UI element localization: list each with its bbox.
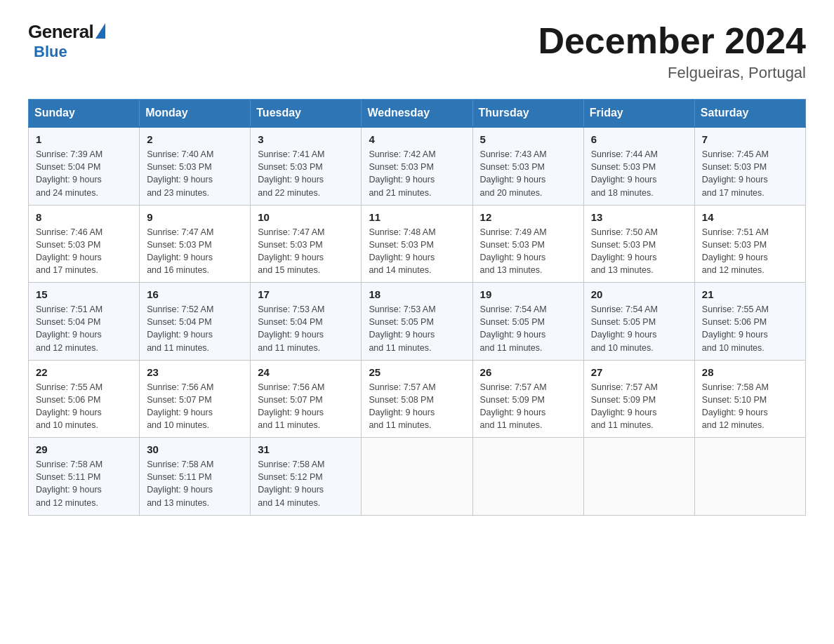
day-number: 28 xyxy=(702,366,798,378)
day-number: 17 xyxy=(258,288,354,300)
day-number: 4 xyxy=(369,133,465,145)
day-number: 10 xyxy=(258,211,354,223)
calendar-cell: 16Sunrise: 7:52 AMSunset: 5:04 PMDayligh… xyxy=(140,283,251,361)
calendar-cell: 18Sunrise: 7:53 AMSunset: 5:05 PMDayligh… xyxy=(362,283,472,361)
day-number: 23 xyxy=(147,366,243,378)
location-subtitle: Felgueiras, Portugal xyxy=(538,64,806,82)
day-number: 3 xyxy=(258,133,354,145)
day-info: Sunrise: 7:51 AMSunset: 5:04 PMDaylight:… xyxy=(36,303,132,354)
logo-triangle-icon xyxy=(95,23,105,39)
day-number: 26 xyxy=(480,366,576,378)
day-number: 1 xyxy=(36,133,132,145)
calendar-cell: 8Sunrise: 7:46 AMSunset: 5:03 PMDaylight… xyxy=(29,205,140,283)
day-info: Sunrise: 7:47 AMSunset: 5:03 PMDaylight:… xyxy=(147,226,243,277)
day-number: 25 xyxy=(369,366,465,378)
logo-general-text: General xyxy=(28,21,93,43)
calendar-cell xyxy=(583,438,694,516)
day-info: Sunrise: 7:50 AMSunset: 5:03 PMDaylight:… xyxy=(591,226,687,277)
header-friday: Friday xyxy=(583,100,694,128)
page-header: General Blue December 2024 Felgueiras, P… xyxy=(28,21,806,82)
day-info: Sunrise: 7:56 AMSunset: 5:07 PMDaylight:… xyxy=(258,381,354,432)
day-info: Sunrise: 7:57 AMSunset: 5:09 PMDaylight:… xyxy=(480,381,576,432)
calendar-cell: 27Sunrise: 7:57 AMSunset: 5:09 PMDayligh… xyxy=(583,360,694,438)
day-number: 8 xyxy=(36,211,132,223)
day-number: 16 xyxy=(147,288,243,300)
day-number: 29 xyxy=(36,443,132,455)
day-info: Sunrise: 7:39 AMSunset: 5:04 PMDaylight:… xyxy=(36,148,132,199)
day-number: 24 xyxy=(258,366,354,378)
calendar-cell: 26Sunrise: 7:57 AMSunset: 5:09 PMDayligh… xyxy=(472,360,583,438)
day-info: Sunrise: 7:54 AMSunset: 5:05 PMDaylight:… xyxy=(480,303,576,354)
day-number: 21 xyxy=(702,288,798,300)
calendar-cell xyxy=(472,438,583,516)
day-info: Sunrise: 7:42 AMSunset: 5:03 PMDaylight:… xyxy=(369,148,465,199)
calendar-cell: 25Sunrise: 7:57 AMSunset: 5:08 PMDayligh… xyxy=(362,360,472,438)
day-number: 22 xyxy=(36,366,132,378)
day-info: Sunrise: 7:51 AMSunset: 5:03 PMDaylight:… xyxy=(702,226,798,277)
header-saturday: Saturday xyxy=(694,100,805,128)
calendar-cell: 4Sunrise: 7:42 AMSunset: 5:03 PMDaylight… xyxy=(362,127,472,205)
header-thursday: Thursday xyxy=(472,100,583,128)
day-number: 19 xyxy=(480,288,576,300)
week-row-3: 15Sunrise: 7:51 AMSunset: 5:04 PMDayligh… xyxy=(29,283,806,361)
main-title: December 2024 xyxy=(538,21,806,61)
day-info: Sunrise: 7:58 AMSunset: 5:11 PMDaylight:… xyxy=(147,458,243,509)
calendar-cell: 21Sunrise: 7:55 AMSunset: 5:06 PMDayligh… xyxy=(694,283,805,361)
day-info: Sunrise: 7:48 AMSunset: 5:03 PMDaylight:… xyxy=(369,226,465,277)
header-row: SundayMondayTuesdayWednesdayThursdayFrid… xyxy=(29,100,806,128)
day-number: 14 xyxy=(702,211,798,223)
day-info: Sunrise: 7:45 AMSunset: 5:03 PMDaylight:… xyxy=(702,148,798,199)
day-info: Sunrise: 7:52 AMSunset: 5:04 PMDaylight:… xyxy=(147,303,243,354)
day-info: Sunrise: 7:46 AMSunset: 5:03 PMDaylight:… xyxy=(36,226,132,277)
day-info: Sunrise: 7:55 AMSunset: 5:06 PMDaylight:… xyxy=(36,381,132,432)
day-number: 31 xyxy=(258,443,354,455)
calendar-cell: 7Sunrise: 7:45 AMSunset: 5:03 PMDaylight… xyxy=(694,127,805,205)
calendar-cell: 31Sunrise: 7:58 AMSunset: 5:12 PMDayligh… xyxy=(251,438,362,516)
calendar-cell: 17Sunrise: 7:53 AMSunset: 5:04 PMDayligh… xyxy=(251,283,362,361)
day-info: Sunrise: 7:56 AMSunset: 5:07 PMDaylight:… xyxy=(147,381,243,432)
day-number: 6 xyxy=(591,133,687,145)
day-number: 30 xyxy=(147,443,243,455)
calendar-cell: 22Sunrise: 7:55 AMSunset: 5:06 PMDayligh… xyxy=(29,360,140,438)
calendar-cell: 3Sunrise: 7:41 AMSunset: 5:03 PMDaylight… xyxy=(251,127,362,205)
calendar-header: SundayMondayTuesdayWednesdayThursdayFrid… xyxy=(29,100,806,128)
calendar-cell: 12Sunrise: 7:49 AMSunset: 5:03 PMDayligh… xyxy=(472,205,583,283)
day-number: 18 xyxy=(369,288,465,300)
day-number: 5 xyxy=(480,133,576,145)
logo: General Blue xyxy=(28,21,105,61)
calendar-cell xyxy=(362,438,472,516)
calendar-cell: 28Sunrise: 7:58 AMSunset: 5:10 PMDayligh… xyxy=(694,360,805,438)
day-info: Sunrise: 7:41 AMSunset: 5:03 PMDaylight:… xyxy=(258,148,354,199)
calendar-cell: 15Sunrise: 7:51 AMSunset: 5:04 PMDayligh… xyxy=(29,283,140,361)
calendar-cell: 9Sunrise: 7:47 AMSunset: 5:03 PMDaylight… xyxy=(140,205,251,283)
day-number: 9 xyxy=(147,211,243,223)
calendar-body: 1Sunrise: 7:39 AMSunset: 5:04 PMDaylight… xyxy=(29,127,806,515)
day-number: 15 xyxy=(36,288,132,300)
day-number: 2 xyxy=(147,133,243,145)
day-info: Sunrise: 7:49 AMSunset: 5:03 PMDaylight:… xyxy=(480,226,576,277)
calendar-cell xyxy=(694,438,805,516)
day-info: Sunrise: 7:44 AMSunset: 5:03 PMDaylight:… xyxy=(591,148,687,199)
logo-blue-text: Blue xyxy=(34,43,67,61)
day-info: Sunrise: 7:47 AMSunset: 5:03 PMDaylight:… xyxy=(258,226,354,277)
day-number: 7 xyxy=(702,133,798,145)
day-info: Sunrise: 7:57 AMSunset: 5:09 PMDaylight:… xyxy=(591,381,687,432)
header-wednesday: Wednesday xyxy=(362,100,472,128)
calendar-cell: 20Sunrise: 7:54 AMSunset: 5:05 PMDayligh… xyxy=(583,283,694,361)
day-info: Sunrise: 7:53 AMSunset: 5:04 PMDaylight:… xyxy=(258,303,354,354)
day-info: Sunrise: 7:40 AMSunset: 5:03 PMDaylight:… xyxy=(147,148,243,199)
day-info: Sunrise: 7:57 AMSunset: 5:08 PMDaylight:… xyxy=(369,381,465,432)
calendar-cell: 30Sunrise: 7:58 AMSunset: 5:11 PMDayligh… xyxy=(140,438,251,516)
day-number: 27 xyxy=(591,366,687,378)
calendar-cell: 10Sunrise: 7:47 AMSunset: 5:03 PMDayligh… xyxy=(251,205,362,283)
day-info: Sunrise: 7:55 AMSunset: 5:06 PMDaylight:… xyxy=(702,303,798,354)
title-section: December 2024 Felgueiras, Portugal xyxy=(538,21,806,82)
day-number: 20 xyxy=(591,288,687,300)
day-info: Sunrise: 7:58 AMSunset: 5:11 PMDaylight:… xyxy=(36,458,132,509)
calendar-cell: 29Sunrise: 7:58 AMSunset: 5:11 PMDayligh… xyxy=(29,438,140,516)
calendar-table: SundayMondayTuesdayWednesdayThursdayFrid… xyxy=(28,99,806,516)
calendar-cell: 11Sunrise: 7:48 AMSunset: 5:03 PMDayligh… xyxy=(362,205,472,283)
week-row-4: 22Sunrise: 7:55 AMSunset: 5:06 PMDayligh… xyxy=(29,360,806,438)
calendar-cell: 23Sunrise: 7:56 AMSunset: 5:07 PMDayligh… xyxy=(140,360,251,438)
header-tuesday: Tuesday xyxy=(251,100,362,128)
